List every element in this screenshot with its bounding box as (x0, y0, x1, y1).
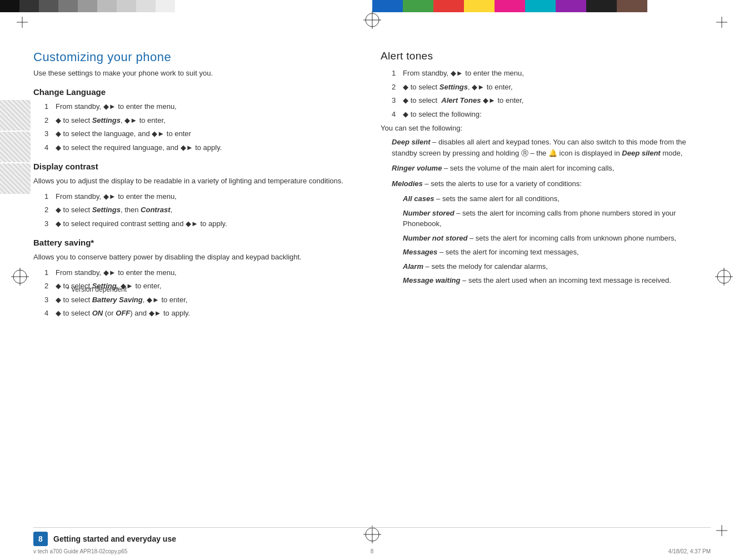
right-column: Alert tones 1 From standby, ◆► to enter … (381, 50, 711, 527)
left-decorative-squares (0, 100, 31, 194)
alert-tones-steps: 1 From standby, ◆► to enter the menu, 2 … (392, 68, 711, 119)
contrast-steps: 1 From standby, ◆► to enter the menu, 2 … (44, 191, 358, 229)
alert-item-deep-silent: Deep silent – disables all alert and key… (392, 137, 711, 158)
step-item: 1 From standby, ◆► to enter the menu, (44, 101, 358, 112)
step-item: 3 ◆ to select Alert Tones ◆► to enter, (392, 95, 711, 106)
battery-desc: Allows you to conserve battery power by … (33, 252, 358, 263)
color-swatch (39, 0, 58, 12)
alert-subitem-number-stored: Number stored – sets the alert for incom… (403, 208, 711, 229)
alert-subitem-messages: Messages – sets the alert for incoming t… (403, 247, 711, 258)
footer-rule (33, 527, 711, 528)
alert-item-melodies: Melodies – sets the alerts to use for a … (392, 178, 711, 189)
page-content: Customizing your phone Use these setting… (33, 50, 711, 527)
footer: 8 Getting started and everyday use (33, 532, 176, 546)
step-item: 3 ◆ to select Battery Saving, ◆► to ente… (44, 294, 358, 306)
step-item: 2 ◆ to select Settings, ◆► to enter, (392, 82, 711, 93)
crosshair-right (714, 267, 734, 288)
color-swatch (19, 0, 39, 12)
step-item: 1 From standby, ◆► to enter the menu, (44, 191, 358, 202)
color-swatch (97, 0, 117, 12)
crosshair-bottom-right (716, 525, 727, 538)
color-swatch (156, 0, 175, 12)
footnote: * Version dependent (67, 286, 392, 293)
alert-tones-title: Alert tones (381, 50, 711, 62)
step-item: 4 ◆ to select the following: (392, 109, 711, 120)
color-swatch-purple (556, 0, 586, 12)
section-battery-saving: Battery saving* Allows you to conserve b… (33, 238, 358, 319)
color-swatch-red (433, 0, 464, 12)
footer-section-label: Getting started and everyday use (53, 534, 176, 543)
section-title-contrast: Display contrast (33, 162, 358, 171)
alert-subitem-all-cases: All cases – sets the same alert for all … (403, 193, 711, 204)
color-swatch (78, 0, 97, 12)
crosshair-left (10, 267, 30, 288)
contrast-desc: Allows you to adjust the display to be r… (33, 176, 358, 187)
step-item: 1 From standby, ◆► to enter the menu, (392, 68, 711, 79)
section-title-battery: Battery saving* (33, 238, 358, 247)
page-subtitle: Use these settings to make your phone wo… (33, 69, 358, 77)
color-swatch (58, 0, 78, 12)
step-item: 2 ◆ to select Settings, then Contrast, (44, 204, 358, 216)
crosshair-top (362, 10, 382, 32)
color-swatch-cyan (525, 0, 556, 12)
alert-subitem-number-not-stored: Number not stored – sets the alert for i… (403, 233, 711, 244)
step-item: 4 ◆ to select the required language, and… (44, 142, 358, 153)
alert-subitem-alarm: Alarm – sets the melody for calendar ala… (403, 261, 711, 272)
color-swatch-yellow (464, 0, 495, 12)
color-swatch (0, 0, 19, 12)
left-column: Customizing your phone Use these setting… (33, 50, 358, 527)
color-swatch-black (586, 0, 617, 12)
section-display-contrast: Display contrast Allows you to adjust th… (33, 162, 358, 229)
language-steps: 1 From standby, ◆► to enter the menu, 2 … (44, 101, 358, 153)
footer-page-center: 8 (371, 548, 374, 554)
footer-filename: v tech a700 Guide APR18-02copy.p65 (33, 548, 127, 554)
reg-mark-tr (716, 17, 727, 28)
can-set-label: You can set the following: (381, 124, 711, 132)
section-title-language: Change Language (33, 87, 358, 97)
color-swatch (117, 0, 136, 12)
step-item: 3 ◆ to select the language, and ◆► to en… (44, 128, 358, 139)
step-item: 4 ◆ to select ON (or OFF) and ◆► to appl… (44, 308, 358, 319)
color-swatch-green (403, 0, 433, 12)
step-item: 1 From standby, ◆► to enter the menu, (44, 267, 358, 278)
alert-subitem-message-waiting: Message waiting – sets the alert used wh… (403, 275, 711, 286)
page-number-badge: 8 (33, 532, 48, 546)
color-swatch-brown (617, 0, 647, 12)
top-bar-left (0, 0, 372, 12)
color-swatch (136, 0, 156, 12)
step-item: 2 ◆ to select Settings, ◆► to enter, (44, 115, 358, 126)
footer-date: 4/18/02, 4:37 PM (668, 548, 711, 554)
section-change-language: Change Language 1 From standby, ◆► to en… (33, 87, 358, 153)
page-title: Customizing your phone (33, 50, 358, 64)
alert-item-ringer-volume: Ringer volume – sets the volume of the m… (392, 163, 711, 174)
reg-mark-tl (17, 17, 28, 28)
color-swatch-pink (495, 0, 525, 12)
step-item: 3 ◆ to select required contrast setting … (44, 218, 358, 229)
top-bar-right (372, 0, 745, 12)
